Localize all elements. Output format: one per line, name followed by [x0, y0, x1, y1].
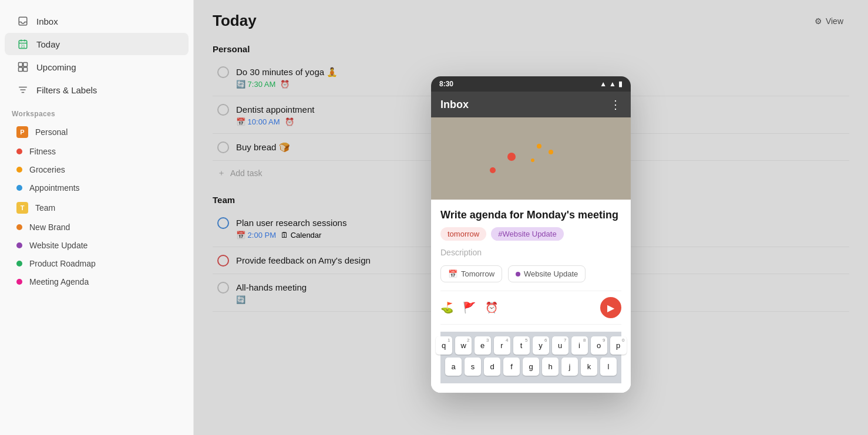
popup-phone-icons: ▲ ▲ ▮: [600, 80, 623, 88]
key-k[interactable]: k: [581, 358, 597, 376]
keyboard-row-2: a s d f g h j k l: [443, 358, 619, 376]
svg-rect-7: [23, 63, 28, 67]
popup-description[interactable]: Description: [440, 248, 621, 257]
key-g[interactable]: g: [523, 358, 539, 376]
sidebar-nav-label-upcoming: Upcoming: [36, 62, 76, 72]
workspace-icon-team: T: [16, 202, 28, 214]
upcoming-nav-icon: [16, 60, 29, 73]
sidebar-nav-upcoming[interactable]: Upcoming: [5, 56, 189, 78]
popup-meta-website[interactable]: Website Update: [508, 265, 586, 282]
map-dot-2: [490, 167, 496, 173]
task-popup: 8:30 ▲ ▲ ▮ Inbox ⋮ W: [431, 76, 631, 393]
workspace-website-update[interactable]: Website Update: [5, 237, 189, 254]
sidebar-nav-label-inbox: Inbox: [36, 16, 58, 26]
workspace-new-brand[interactable]: New Brand: [5, 218, 189, 236]
workspace-team[interactable]: TTeam: [5, 198, 189, 218]
website-dot: [516, 272, 520, 276]
key-h[interactable]: h: [542, 358, 559, 376]
workspace-dot-product-roadmap: [16, 261, 22, 267]
alarm-icon-popup[interactable]: ⏰: [485, 301, 498, 314]
popup-tag-tomorrow[interactable]: tomorrow: [440, 227, 486, 241]
svg-rect-8: [19, 68, 23, 72]
map-dot-3: [537, 144, 541, 149]
priority-icon[interactable]: ⛳: [440, 301, 453, 314]
today-nav-icon: 21: [16, 38, 29, 50]
calendar-icon-tomorrow: 📅: [448, 269, 457, 278]
sidebar: Inbox21TodayUpcomingFilters & Labels Wor…: [0, 0, 194, 435]
workspace-label-personal: Personal: [35, 127, 68, 137]
key-q[interactable]: q1: [436, 336, 452, 355]
workspace-personal[interactable]: PPersonal: [5, 122, 189, 142]
workspaces-label: Workspaces: [0, 102, 193, 122]
key-u[interactable]: u7: [552, 336, 568, 355]
team-workspaces: TTeamNew BrandWebsite UpdateProduct Road…: [0, 197, 193, 291]
popup-body: Write agenda for Monday's meeting tomorr…: [431, 200, 631, 393]
flag-icon[interactable]: 🚩: [463, 301, 476, 314]
workspace-dot-website-update: [16, 242, 22, 248]
battery-icon: ▮: [618, 80, 623, 88]
svg-rect-9: [23, 68, 28, 72]
inbox-nav-icon: [16, 15, 29, 28]
workspace-dot-new-brand: [16, 224, 22, 230]
svg-text:21: 21: [21, 44, 25, 48]
key-r[interactable]: r4: [494, 336, 510, 355]
workspace-dot-groceries: [16, 167, 22, 173]
sidebar-nav-inbox[interactable]: Inbox: [5, 10, 189, 32]
popup-tags: tomorrow #Website Update: [440, 227, 621, 241]
workspace-groceries[interactable]: Groceries: [5, 161, 189, 178]
workspace-meeting-agenda[interactable]: Meeting Agenda: [5, 273, 189, 291]
key-p[interactable]: p0: [610, 336, 627, 355]
key-d[interactable]: d: [484, 358, 500, 376]
workspace-label-meeting-agenda: Meeting Agenda: [29, 277, 89, 286]
key-s[interactable]: s: [465, 358, 481, 376]
key-e[interactable]: e3: [475, 336, 491, 355]
signal-icon: ▲: [609, 80, 616, 88]
key-y[interactable]: y6: [533, 336, 549, 355]
sidebar-nav-label-today: Today: [36, 39, 60, 49]
workspace-icon-personal: P: [16, 126, 28, 138]
filters-nav-icon: [16, 83, 29, 96]
workspace-dot-appointments: [16, 185, 22, 191]
map-dot-5: [531, 159, 534, 162]
workspace-dot-meeting-agenda: [16, 279, 22, 285]
key-w[interactable]: w2: [455, 336, 472, 355]
workspace-label-product-roadmap: Product Roadmap: [29, 259, 96, 268]
popup-keyboard: q1 w2 e3 r4 t5 y6 u7 i8 o9 p0 a s: [440, 332, 621, 383]
popup-phone-time: 8:30: [439, 80, 453, 88]
key-j[interactable]: j: [561, 358, 578, 376]
task-popup-overlay[interactable]: 8:30 ▲ ▲ ▮ Inbox ⋮ W: [194, 0, 868, 435]
wifi-icon: ▲: [600, 80, 607, 88]
workspace-label-appointments: Appointments: [29, 183, 80, 193]
workspace-label-groceries: Groceries: [29, 165, 65, 174]
popup-meta-website-label: Website Update: [524, 269, 578, 278]
workspace-label-team: Team: [35, 203, 55, 213]
key-l[interactable]: l: [600, 358, 617, 376]
workspace-label-website-update: Website Update: [29, 241, 88, 250]
popup-meta-tomorrow-label: Tomorrow: [461, 269, 494, 278]
popup-phone-bar: 8:30 ▲ ▲ ▮: [431, 76, 631, 92]
workspace-label-fitness: Fitness: [29, 147, 56, 156]
key-i[interactable]: i8: [571, 336, 588, 355]
popup-meta-tomorrow[interactable]: 📅 Tomorrow: [440, 265, 502, 282]
popup-inbox-header: Inbox ⋮: [431, 92, 631, 117]
popup-more-icon[interactable]: ⋮: [610, 97, 621, 112]
key-t[interactable]: t5: [513, 336, 530, 355]
svg-rect-0: [19, 17, 27, 25]
nav-items: Inbox21TodayUpcomingFilters & Labels: [0, 9, 193, 102]
popup-map: [431, 117, 631, 200]
key-a[interactable]: a: [445, 358, 462, 376]
map-dot-1: [507, 153, 516, 161]
sidebar-nav-filters[interactable]: Filters & Labels: [5, 79, 189, 101]
key-f[interactable]: f: [503, 358, 520, 376]
workspace-appointments[interactable]: Appointments: [5, 179, 189, 197]
popup-send-button[interactable]: ▶: [600, 297, 621, 318]
keyboard-row-1: q1 w2 e3 r4 t5 y6 u7 i8 o9 p0: [443, 336, 619, 355]
main-panel: Today ⚙ View Personal Do 30 minutes of y…: [194, 0, 868, 435]
workspace-label-new-brand: New Brand: [29, 222, 70, 232]
workspace-dot-fitness: [16, 149, 22, 154]
workspace-fitness[interactable]: Fitness: [5, 143, 189, 160]
sidebar-nav-today[interactable]: 21Today: [5, 33, 189, 55]
workspace-product-roadmap[interactable]: Product Roadmap: [5, 255, 189, 272]
popup-tag-website[interactable]: #Website Update: [491, 227, 564, 241]
key-o[interactable]: o9: [591, 336, 607, 355]
